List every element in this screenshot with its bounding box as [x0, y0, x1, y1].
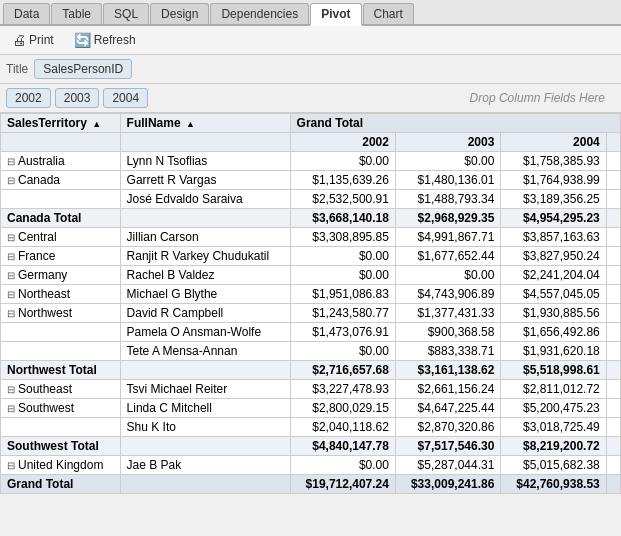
expand-icon[interactable]: ⊟: [7, 156, 15, 167]
value-cell-v2002: $2,040,118.62: [290, 418, 395, 437]
value-cell-v2003: $0.00: [395, 266, 500, 285]
col-header-2002: 2002: [290, 133, 395, 152]
name-cell: Jae B Pak: [120, 456, 290, 475]
tab-bar: DataTableSQLDesignDependenciesPivotChart: [0, 0, 621, 26]
pivot-table: SalesTerritory ▲ FullName ▲ Grand Total …: [0, 113, 621, 494]
expand-icon[interactable]: ⊟: [7, 308, 15, 319]
table-row: ⊟AustraliaLynn N Tsoflias$0.00$0.00$1,75…: [1, 152, 621, 171]
table-row: Grand Total$19,712,407.24$33,009,241.86$…: [1, 475, 621, 494]
value-cell-v2003: $2,870,320.86: [395, 418, 500, 437]
value-cell-v2003: $4,647,225.44: [395, 399, 500, 418]
empty-cell: [606, 209, 620, 228]
value-cell-v2003: $883,338.71: [395, 342, 500, 361]
empty-cell: [606, 285, 620, 304]
value-cell-v2004: $2,811,012.72: [501, 380, 606, 399]
salespersonid-pill[interactable]: SalesPersonID: [34, 59, 132, 79]
value-cell-v2003: $1,480,136.01: [395, 171, 500, 190]
print-button[interactable]: 🖨 Print: [6, 30, 60, 50]
value-cell-v2004: $2,241,204.04: [501, 266, 606, 285]
expand-icon[interactable]: ⊟: [7, 251, 15, 262]
value-cell-v2004: $5,015,682.38: [501, 456, 606, 475]
sort-icon-name: ▲: [186, 119, 195, 129]
name-cell: Rachel B Valdez: [120, 266, 290, 285]
tab-design[interactable]: Design: [150, 3, 209, 24]
empty-cell: [606, 266, 620, 285]
value-cell-v2002: $2,800,029.15: [290, 399, 395, 418]
empty-cell: [606, 323, 620, 342]
table-row: José Edvaldo Saraiva$2,532,500.91$1,488,…: [1, 190, 621, 209]
territory-cell: ⊟Australia: [1, 152, 121, 171]
value-cell-v2004: $4,954,295.23: [501, 209, 606, 228]
expand-icon[interactable]: ⊟: [7, 232, 15, 243]
expand-icon[interactable]: ⊟: [7, 403, 15, 414]
tab-sql[interactable]: SQL: [103, 3, 149, 24]
drop-zone-label: Drop Column Fields Here: [470, 91, 605, 105]
territory-cell: [1, 418, 121, 437]
value-cell-v2004: $3,827,950.24: [501, 247, 606, 266]
expand-icon[interactable]: ⊟: [7, 289, 15, 300]
value-cell-v2004: $8,219,200.72: [501, 437, 606, 456]
empty-cell: [606, 228, 620, 247]
value-cell-v2002: $0.00: [290, 266, 395, 285]
tab-chart[interactable]: Chart: [363, 3, 414, 24]
empty-cell: [606, 152, 620, 171]
value-cell-v2003: $4,743,906.89: [395, 285, 500, 304]
name-cell: [120, 209, 290, 228]
name-cell: Garrett R Vargas: [120, 171, 290, 190]
value-cell-v2002: $3,308,895.85: [290, 228, 395, 247]
expand-icon[interactable]: ⊟: [7, 384, 15, 395]
value-cell-v2002: $1,243,580.77: [290, 304, 395, 323]
territory-cell: ⊟Northwest: [1, 304, 121, 323]
empty-cell: [606, 380, 620, 399]
value-cell-v2004: $3,857,163.63: [501, 228, 606, 247]
table-row: ⊟FranceRanjit R Varkey Chudukatil$0.00$1…: [1, 247, 621, 266]
title-bar: Title SalesPersonID: [0, 55, 621, 84]
value-cell-v2002: $3,668,140.18: [290, 209, 395, 228]
value-cell-v2004: $5,200,475.23: [501, 399, 606, 418]
tab-data[interactable]: Data: [3, 3, 50, 24]
territory-cell: ⊟Germany: [1, 266, 121, 285]
tab-dependencies[interactable]: Dependencies: [210, 3, 309, 24]
expand-icon[interactable]: ⊟: [7, 460, 15, 471]
refresh-button[interactable]: 🔄 Refresh: [68, 30, 142, 50]
col-header-fullname2: [120, 133, 290, 152]
year-2004-pill[interactable]: 2004: [103, 88, 148, 108]
empty-cell: [606, 361, 620, 380]
value-cell-v2002: $0.00: [290, 342, 395, 361]
empty-cell: [606, 418, 620, 437]
value-cell-v2002: $2,532,500.91: [290, 190, 395, 209]
territory-cell: [1, 342, 121, 361]
col-header-empty: [606, 133, 620, 152]
name-cell: Pamela O Ansman-Wolfe: [120, 323, 290, 342]
col-header-grandtotal: Grand Total: [290, 114, 620, 133]
refresh-icon: 🔄: [74, 32, 91, 48]
value-cell-v2004: $42,760,938.53: [501, 475, 606, 494]
territory-cell: [1, 323, 121, 342]
value-cell-v2002: $1,473,076.91: [290, 323, 395, 342]
value-cell-v2003: $1,377,431.33: [395, 304, 500, 323]
table-row: Southwest Total$4,840,147.78$7,517,546.3…: [1, 437, 621, 456]
year-2003-pill[interactable]: 2003: [55, 88, 100, 108]
col-header-fullname[interactable]: FullName ▲: [120, 114, 290, 133]
table-row: ⊟United KingdomJae B Pak$0.00$5,287,044.…: [1, 456, 621, 475]
print-icon: 🖨: [12, 32, 26, 48]
name-cell: Lynn N Tsoflias: [120, 152, 290, 171]
territory-cell: ⊟Central: [1, 228, 121, 247]
empty-cell: [606, 247, 620, 266]
tab-table[interactable]: Table: [51, 3, 102, 24]
value-cell-v2002: $2,716,657.68: [290, 361, 395, 380]
col-header-territory2: [1, 133, 121, 152]
value-cell-v2003: $3,161,138.62: [395, 361, 500, 380]
sort-icon-territory: ▲: [92, 119, 101, 129]
year-2002-pill[interactable]: 2002: [6, 88, 51, 108]
expand-icon[interactable]: ⊟: [7, 270, 15, 281]
value-cell-v2002: $0.00: [290, 247, 395, 266]
expand-icon[interactable]: ⊟: [7, 175, 15, 186]
table-row: ⊟CanadaGarrett R Vargas$1,135,639.26$1,4…: [1, 171, 621, 190]
value-cell-v2004: $5,518,998.61: [501, 361, 606, 380]
tab-pivot[interactable]: Pivot: [310, 3, 361, 26]
table-row: Canada Total$3,668,140.18$2,968,929.35$4…: [1, 209, 621, 228]
col-header-territory[interactable]: SalesTerritory ▲: [1, 114, 121, 133]
empty-cell: [606, 342, 620, 361]
empty-cell: [606, 399, 620, 418]
